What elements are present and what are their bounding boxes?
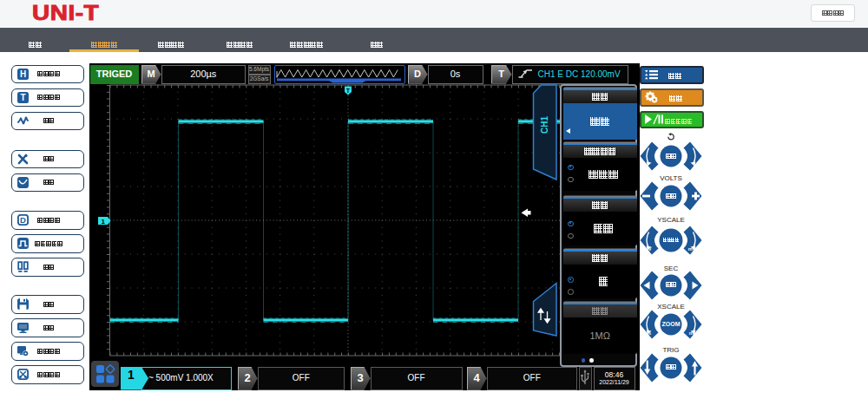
svg-text:T: T <box>346 88 351 94</box>
svg-text:ns: ns <box>689 330 694 336</box>
svg-text:H: H <box>19 69 25 79</box>
svg-text:s: s <box>648 330 651 336</box>
svg-text:D: D <box>20 215 26 225</box>
svg-text:CH1: CH1 <box>540 116 549 134</box>
svg-text:V: V <box>648 246 652 252</box>
svg-text:mV: mV <box>688 246 696 252</box>
svg-text:1: 1 <box>102 218 106 226</box>
svg-text:T: T <box>20 93 25 102</box>
